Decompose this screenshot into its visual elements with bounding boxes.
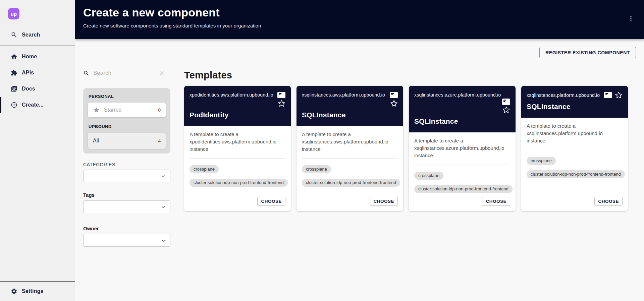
sidebar-item-home[interactable]: Home [0,49,75,65]
tag-chip: crossplane [302,165,331,173]
template-description: A template to create a xsqlinstances.aws… [302,131,398,153]
sidebar-item-label: Create... [22,102,44,108]
ownership-filter-panel: PERSONAL Starred 0 UPBOUND All 4 [83,88,170,154]
templates-heading: Templates [184,70,636,81]
template-card: xsqlinstances.aws.platform.upbound.io SQ… [297,86,403,211]
sidebar-item-settings[interactable]: Settings [0,282,75,301]
filter-starred[interactable]: Starred 0 [88,103,166,117]
gear-icon [11,288,17,295]
all-label: All [93,138,99,144]
tag-chip: crossplane [414,172,443,180]
upbound-section-label: UPBOUND [89,124,166,129]
search-icon [83,70,90,76]
template-description: A template to create a xpodidentities.aw… [190,131,285,153]
template-title: SQLInstance [527,101,623,112]
app-window: up Search Home APIs [0,0,644,301]
favorite-star-icon[interactable] [414,106,510,114]
owner-label: Owner [83,226,170,231]
sidebar-item-apis[interactable]: APIs [0,65,75,81]
all-count: 4 [158,138,161,144]
categories-filter-group: CATEGORIES [83,162,170,182]
template-tags: crossplanecluster:solution-idp-non-prod-… [190,165,285,187]
choose-button[interactable]: CHOOSE [482,197,510,206]
template-card-header: xsqlinstances.platform.upbound.io SQLIns… [521,86,628,118]
template-cards-grid: xpodidentities.aws.platform.upbound.io P… [184,86,636,211]
sidebar-item-docs[interactable]: Docs [0,81,75,97]
sidebar-item-label: APIs [22,70,34,76]
filter-search-input[interactable] [93,70,159,76]
plus-circle-icon [11,102,17,108]
sidebar-item-create[interactable]: Create... [0,97,75,113]
favorite-star-icon[interactable] [615,91,623,99]
favorite-star-icon[interactable] [190,100,285,107]
card-divider [414,165,510,165]
template-type-icon [604,92,612,98]
starred-count: 0 [158,107,161,113]
template-tags: crossplanecluster:solution-idp-non-prod-… [414,172,510,193]
sidebar-item-label: Search [22,32,40,38]
chevron-down-icon [160,204,167,212]
sidebar-item-label: Docs [22,86,35,92]
template-name: xsqlinstances.aws.platform.upbound.io [302,91,385,99]
star-icon [93,107,100,113]
template-card-header: xsqlinstances.aws.platform.upbound.io SQ… [297,86,403,126]
chevron-down-icon [160,173,167,181]
template-card-body: A template to create a xsqlinstances.aws… [297,126,403,211]
template-description: A template to create a xsqlinstances.azu… [414,137,510,159]
card-divider [527,150,623,150]
filters-panel: PERSONAL Starred 0 UPBOUND All 4 [83,69,170,247]
card-divider [302,158,398,159]
template-name: xsqlinstances.azure.platform.upbound.io [414,91,501,99]
page-subtitle: Create new software components using sta… [83,23,635,28]
register-existing-component-button[interactable]: REGISTER EXISTING COMPONENT [539,47,636,58]
page-header: Create a new component Create new softwa… [75,0,644,39]
tag-chip: crossplane [190,165,219,173]
template-card-body: A template to create a xsqlinstances.pla… [521,118,628,211]
template-type-icon [277,92,285,98]
page-title: Create a new component [83,6,635,19]
tag-chip: crossplane [527,157,556,165]
search-icon [11,32,17,38]
starred-label: Starred [104,107,121,113]
close-icon[interactable] [159,70,165,76]
template-type-icon [390,92,398,98]
upbound-logo[interactable]: up [8,8,19,19]
choose-button[interactable]: CHOOSE [370,197,398,206]
tags-label: Tags [83,192,170,198]
home-icon [11,53,17,60]
template-card-header: xpodidentities.aws.platform.upbound.io P… [184,86,291,126]
tags-select[interactable] [83,200,170,213]
template-tags: crossplanecluster:solution-idp-non-prod-… [302,165,398,187]
sidebar-item-search[interactable]: Search [0,27,75,43]
template-card: xpodidentities.aws.platform.upbound.io P… [184,86,291,211]
main-content: REGISTER EXISTING COMPONENT PERSONAL [75,39,644,301]
template-card-body: A template to create a xpodidentities.aw… [184,126,291,211]
kebab-menu-icon[interactable] [625,13,637,24]
categories-select[interactable] [83,170,170,182]
owner-select[interactable] [83,234,170,247]
tag-chip: cluster:solution-idp-non-prod-frontend-f… [414,185,513,193]
personal-section-label: PERSONAL [89,94,166,99]
tag-chip: cluster:solution-idp-non-prod-frontend-f… [302,179,400,187]
favorite-star-icon[interactable] [302,100,398,107]
filter-all[interactable]: All 4 [88,133,166,149]
tag-chip: cluster:solution-idp-non-prod-frontend-f… [190,179,288,187]
owner-filter-group: Owner [83,226,170,247]
templates-section: Templates xpodidentities.aws.platform.up… [184,69,636,247]
template-card: xsqlinstances.platform.upbound.io SQLIns… [521,86,628,211]
tags-filter-group: Tags [83,192,170,213]
template-card-header: xsqlinstances.azure.platform.upbound.io … [409,86,516,132]
tag-chip: cluster:solution-idp-non-prod-frontend-f… [527,170,625,178]
choose-button[interactable]: CHOOSE [594,197,623,206]
template-card-body: A template to create a xsqlinstances.azu… [409,132,516,211]
choose-button[interactable]: CHOOSE [257,197,285,206]
template-name: xsqlinstances.platform.upbound.io [527,92,600,99]
template-title: SQLInstance [414,116,510,127]
docs-icon [11,85,17,92]
card-divider [190,158,285,159]
categories-label: CATEGORIES [83,162,170,167]
sidebar: up Search Home APIs [0,0,75,301]
puzzle-icon [11,69,17,76]
template-title: SQLInstance [302,109,398,121]
sidebar-item-label: Home [22,54,37,60]
